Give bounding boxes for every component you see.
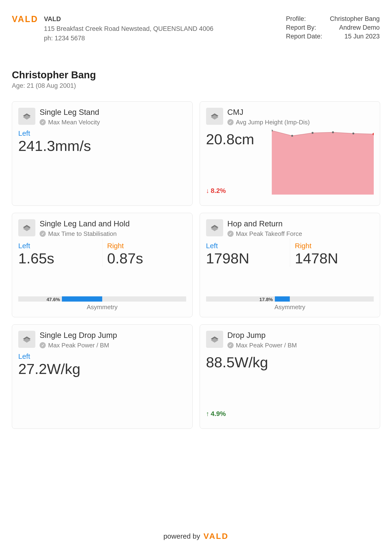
cmj-sparkline-chart bbox=[272, 128, 374, 195]
card-title: Single Leg Stand bbox=[40, 108, 186, 117]
reportdate-label: Report Date: bbox=[286, 32, 329, 41]
left-label: Left bbox=[206, 242, 290, 250]
right-value: 1478N bbox=[295, 250, 374, 267]
card-metric: Max Mean Velocity bbox=[48, 119, 100, 126]
cards-grid: Single Leg Stand ✓ Max Mean Velocity Lef… bbox=[12, 101, 380, 429]
left-label: Left bbox=[18, 352, 186, 360]
metric-dot-icon: ✓ bbox=[228, 231, 234, 237]
trend-up: ↑ 4.9% bbox=[206, 410, 226, 418]
forceplate-icon bbox=[206, 219, 223, 236]
forceplate-icon bbox=[18, 108, 35, 125]
vald-logo: VALD bbox=[12, 14, 38, 24]
forceplate-icon bbox=[206, 331, 223, 348]
asymmetry-fill bbox=[275, 296, 290, 302]
svg-point-7 bbox=[332, 131, 334, 133]
org-name: VALD bbox=[44, 14, 213, 24]
subject-age: Age: 21 (08 Aug 2001) bbox=[12, 82, 380, 89]
card-metric: Avg Jump Height (Imp-Dis) bbox=[236, 119, 310, 126]
metric-dot-icon: ✓ bbox=[40, 342, 46, 348]
svg-point-6 bbox=[312, 132, 314, 134]
left-value: 1.65s bbox=[18, 250, 102, 267]
org-info: VALD 115 Breakfast Creek Road Newstead, … bbox=[44, 14, 213, 43]
subject-block: Christopher Bang Age: 21 (08 Aug 2001) bbox=[12, 69, 380, 89]
card-metric: Max Peak Power / BM bbox=[48, 342, 109, 349]
header-right: Profile: Christopher Bang Report By: And… bbox=[285, 14, 380, 41]
forceplate-icon bbox=[18, 219, 35, 236]
value: 88.5W/kg bbox=[206, 354, 374, 371]
card-metric: Max Peak Power / BM bbox=[236, 342, 297, 349]
card-title: Single Leg Land and Hold bbox=[40, 219, 186, 228]
reportdate-value: 15 Jun 2023 bbox=[330, 32, 380, 41]
footer-prefix: powered by bbox=[163, 532, 200, 540]
arrow-down-icon: ↓ bbox=[206, 187, 209, 195]
asymmetry-caption: Asymmetry bbox=[206, 303, 374, 311]
card-title: Drop Jump bbox=[228, 331, 374, 340]
card-title: Hop and Return bbox=[228, 219, 374, 228]
profile-label: Profile: bbox=[286, 15, 329, 23]
left-value: 241.3mm/s bbox=[18, 137, 186, 154]
asymmetry-fill bbox=[62, 296, 102, 302]
right-label: Right bbox=[107, 242, 186, 250]
asymmetry-pct: 47.6% bbox=[46, 297, 62, 302]
footer: powered by VALD bbox=[0, 532, 392, 541]
card-title: CMJ bbox=[228, 108, 374, 117]
asymmetry-bar: 17.8% bbox=[206, 296, 374, 302]
forceplate-icon bbox=[206, 108, 223, 125]
metric-dot-icon: ✓ bbox=[228, 119, 234, 125]
subject-name: Christopher Bang bbox=[12, 69, 380, 81]
metric-dot-icon: ✓ bbox=[228, 342, 234, 348]
reportby-value: Andrew Demo bbox=[330, 23, 380, 32]
trend-down: ↓ 8.2% bbox=[206, 187, 226, 195]
card-hop-and-return: Hop and Return ✓ Max Peak Takeoff Force … bbox=[200, 213, 380, 317]
card-drop-jump: Drop Jump ✓ Max Peak Power / BM 88.5W/kg… bbox=[200, 324, 380, 429]
metric-dot-icon: ✓ bbox=[40, 119, 46, 125]
left-value: 1798N bbox=[206, 250, 290, 267]
reportby-label: Report By: bbox=[286, 23, 329, 32]
org-address: 115 Breakfast Creek Road Newstead, QUEEN… bbox=[44, 24, 213, 34]
card-title: Single Leg Drop Jump bbox=[40, 331, 186, 340]
asymmetry-pct: 17.8% bbox=[259, 297, 275, 302]
metric-dot-icon: ✓ bbox=[40, 231, 46, 237]
card-metric: Max Peak Takeoff Force bbox=[236, 230, 302, 238]
card-cmj: CMJ ✓ Avg Jump Height (Imp-Dis) 20.8cm ↓… bbox=[200, 101, 380, 206]
card-metric: Max Time to Stabilisation bbox=[48, 230, 117, 238]
card-single-leg-stand: Single Leg Stand ✓ Max Mean Velocity Lef… bbox=[12, 101, 192, 206]
left-label: Left bbox=[18, 242, 102, 250]
asymmetry-bar: 47.6% bbox=[18, 296, 186, 302]
left-value: 27.2W/kg bbox=[18, 360, 186, 377]
header-left: VALD VALD 115 Breakfast Creek Road Newst… bbox=[12, 14, 214, 43]
report-meta-table: Profile: Christopher Bang Report By: And… bbox=[285, 14, 380, 41]
org-phone: ph: 1234 5678 bbox=[44, 33, 213, 43]
svg-point-5 bbox=[291, 135, 293, 137]
card-single-leg-land-hold: Single Leg Land and Hold ✓ Max Time to S… bbox=[12, 213, 192, 317]
report-header: VALD VALD 115 Breakfast Creek Road Newst… bbox=[12, 14, 380, 43]
forceplate-icon bbox=[18, 331, 35, 348]
left-label: Left bbox=[18, 129, 186, 137]
asymmetry-caption: Asymmetry bbox=[18, 303, 186, 311]
right-value: 0.87s bbox=[107, 250, 186, 267]
profile-value: Christopher Bang bbox=[330, 15, 380, 23]
arrow-up-icon: ↑ bbox=[206, 410, 209, 418]
right-label: Right bbox=[295, 242, 374, 250]
asymmetry-block: 17.8% Asymmetry bbox=[206, 296, 374, 311]
trend-text: 4.9% bbox=[211, 410, 226, 418]
asymmetry-block: 47.6% Asymmetry bbox=[18, 296, 186, 311]
card-single-leg-drop-jump: Single Leg Drop Jump ✓ Max Peak Power / … bbox=[12, 324, 192, 429]
trend-text: 8.2% bbox=[211, 187, 226, 195]
svg-point-8 bbox=[352, 132, 354, 134]
vald-logo-footer: VALD bbox=[203, 532, 229, 541]
